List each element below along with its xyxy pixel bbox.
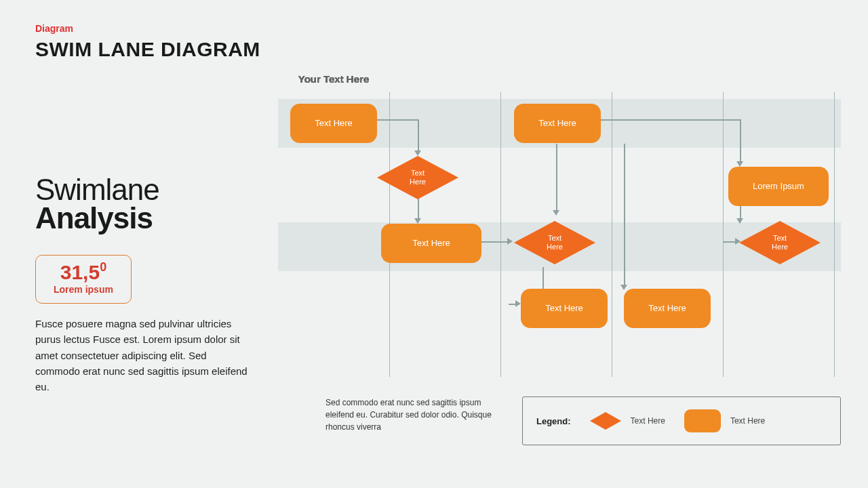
process-box: Lorem Ipsum — [728, 167, 829, 206]
swimlane-diagram: Your Text Here Your Text Here Your Text … — [278, 73, 868, 392]
connector — [542, 267, 544, 290]
legend-item: Text Here — [684, 409, 765, 432]
column-divider — [834, 92, 835, 377]
box-icon — [684, 409, 721, 432]
arrow-head-icon — [507, 238, 513, 245]
slide-header: Diagram SWIM LANE DIAGRAM — [35, 23, 260, 61]
metric-value: 31,50 — [54, 262, 113, 283]
connector — [418, 119, 419, 152]
process-box: Text Here — [381, 224, 481, 263]
process-box: Text Here — [521, 289, 608, 328]
connector — [624, 144, 625, 286]
legend-text: Text Here — [730, 416, 765, 426]
legend-item: Text Here — [590, 412, 665, 430]
diamond-icon — [590, 412, 621, 430]
column-divider — [612, 92, 612, 377]
decision-diamond: Text Here — [377, 156, 458, 199]
process-box: Text Here — [290, 104, 377, 143]
arrow-head-icon — [553, 210, 559, 216]
page-title: SWIM LANE DIAGRAM — [35, 38, 260, 61]
connector — [481, 241, 509, 243]
legend-text: Text Here — [631, 416, 665, 426]
subtitle-line2: Analysis — [35, 201, 159, 235]
footnote: Sed commodo erat nunc sed sagittis ipsum… — [326, 396, 502, 433]
column-divider — [500, 92, 501, 377]
connector — [418, 198, 419, 220]
eyebrow: Diagram — [35, 23, 260, 34]
decision-diamond: Text Here — [514, 221, 595, 264]
arrow-head-icon — [515, 300, 521, 307]
column-divider — [723, 92, 724, 377]
column-label: Your Text Here — [278, 73, 389, 85]
decision-diamond: Text Here — [739, 221, 821, 264]
process-box: Text Here — [624, 289, 711, 328]
svg-marker-3 — [590, 412, 621, 430]
legend: Legend: Text Here Text Here — [522, 396, 841, 445]
arrow-head-icon — [620, 285, 627, 290]
connector — [723, 241, 736, 243]
connector — [377, 119, 418, 121]
connector — [740, 119, 741, 163]
legend-label: Legend: — [536, 416, 571, 426]
connector — [556, 144, 557, 211]
subtitle: Swimlane Analysis — [35, 173, 159, 235]
connector — [740, 206, 741, 220]
arrow-head-icon — [414, 150, 421, 156]
metric-label: Lorem ipsum — [54, 284, 113, 295]
metric-box: 31,50 Lorem ipsum — [35, 255, 132, 304]
arrow-head-icon — [736, 161, 743, 167]
arrow-head-icon — [414, 218, 421, 224]
connector — [601, 119, 740, 121]
body-paragraph: Fusce posuere magna sed pulvinar ultrici… — [35, 316, 252, 394]
process-box: Text Here — [514, 104, 601, 143]
